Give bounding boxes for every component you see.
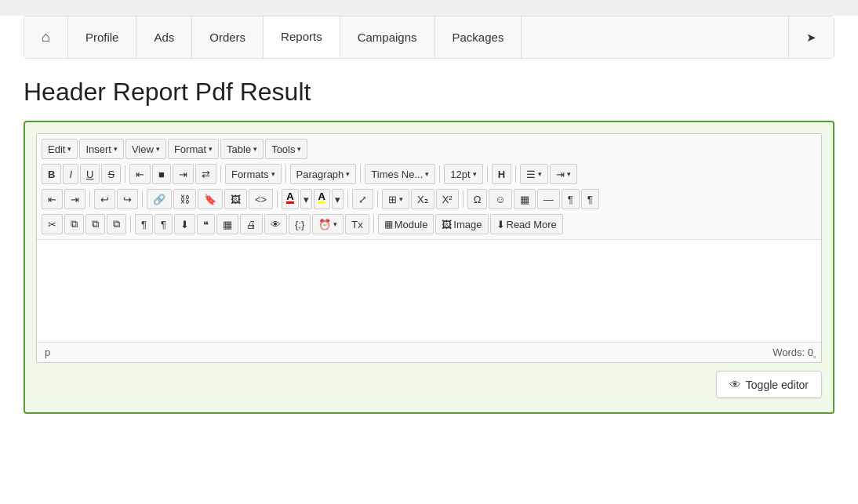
image-button[interactable]: 🖼 Image	[435, 214, 488, 234]
toggle-editor-button[interactable]: 👁 Toggle editor	[716, 371, 822, 398]
editor-content[interactable]	[37, 240, 821, 342]
sep13	[463, 190, 464, 208]
sep10	[277, 190, 278, 208]
align-right2-button[interactable]: ⇥	[64, 189, 85, 209]
module-label: Module	[394, 219, 428, 230]
align-center-button[interactable]: ■	[152, 164, 171, 184]
align-right-button[interactable]: ⇥	[173, 164, 194, 184]
sep3	[285, 165, 286, 183]
formats-select[interactable]: Formats ▾	[225, 164, 282, 184]
strikethrough-button[interactable]: S	[101, 164, 121, 184]
toggle-editor-label: Toggle editor	[746, 379, 809, 391]
tools-menu[interactable]: Tools ▾	[265, 139, 307, 159]
fullscreen-button[interactable]: ⤢	[352, 189, 373, 209]
edit-menu[interactable]: Edit ▾	[42, 139, 78, 159]
align-justify-button[interactable]: ⇄	[195, 164, 216, 184]
blockquote-button[interactable]: ❝	[197, 214, 215, 234]
insert-menu[interactable]: Insert ▾	[79, 139, 124, 159]
font-bg-arrow[interactable]: ▾	[332, 189, 344, 209]
module-icon: ▦	[384, 219, 393, 230]
nav-ads[interactable]: Ads	[136, 16, 192, 58]
nav-profile[interactable]: Profile	[68, 16, 137, 58]
bold-button[interactable]: B	[42, 164, 61, 184]
indent-button[interactable]: ⇥ ▾	[550, 164, 577, 184]
redo-button[interactable]: ↪	[117, 189, 138, 209]
timer-button[interactable]: ⏰ ▾	[312, 214, 344, 234]
media-button[interactable]: ▦	[514, 189, 536, 209]
code-button[interactable]: <>	[249, 189, 273, 209]
paragraph-select[interactable]: Paragraph ▾	[290, 164, 357, 184]
font-family-select[interactable]: Times Ne... ▾	[365, 164, 435, 184]
font-size-select[interactable]: 12pt ▾	[444, 164, 482, 184]
cut-button[interactable]: ✂	[42, 214, 63, 234]
sep8	[89, 190, 90, 208]
nav-more-arrow[interactable]: ➤	[788, 16, 834, 58]
subscript-button[interactable]: X₂	[411, 189, 434, 209]
nav-packages[interactable]: Packages	[435, 16, 522, 58]
image-inline-button[interactable]: 🖼	[224, 189, 247, 209]
sep15	[373, 216, 374, 233]
format-menu[interactable]: Format ▾	[168, 139, 219, 159]
read-more-button[interactable]: ⬇ Read More	[490, 214, 563, 234]
element-tag: p	[45, 346, 50, 358]
paste-button[interactable]: ⧉	[85, 214, 105, 234]
link-button[interactable]: 🔗	[147, 189, 172, 209]
sep6	[487, 165, 488, 183]
save-draft-button[interactable]: ⬇	[174, 214, 195, 234]
undo-button[interactable]: ↩	[94, 189, 115, 209]
clear-format-button[interactable]: Tx	[345, 214, 369, 234]
align-left-button[interactable]: ⇤	[129, 164, 151, 184]
eye-icon: 👁	[729, 378, 741, 391]
paragraph-mark-button[interactable]: ¶	[562, 189, 580, 209]
italic-button[interactable]: I	[63, 164, 78, 184]
preview-button[interactable]: 👁	[264, 214, 287, 234]
find-replace-button[interactable]: H	[492, 164, 511, 184]
sep14	[130, 216, 131, 233]
font-color-button[interactable]: A	[282, 189, 298, 209]
copy-button[interactable]: ⧉	[64, 214, 84, 234]
align-left2-button[interactable]: ⇤	[42, 189, 63, 209]
sep12	[377, 190, 378, 208]
toggle-editor-row: 👁 Toggle editor	[36, 363, 822, 401]
underline-button[interactable]: U	[80, 164, 100, 184]
font-color-arrow[interactable]: ▾	[300, 189, 312, 209]
sep9	[142, 190, 143, 208]
nav-orders[interactable]: Orders	[192, 16, 264, 58]
word-count: Words: 0	[773, 346, 813, 358]
sep5	[439, 165, 440, 183]
toolbar-menus: Edit ▾ Insert ▾ View ▾ Format ▾ Table ▾ …	[37, 134, 821, 240]
source-button[interactable]: {;}	[289, 214, 311, 234]
show-blocks-button[interactable]: ¶	[135, 214, 153, 234]
view-menu[interactable]: View ▾	[125, 139, 166, 159]
show-blocks2-button[interactable]: ¶	[155, 214, 173, 234]
nav-bar: ⌂ Profile Ads Orders Reports Campaigns P…	[24, 16, 834, 59]
read-more-icon: ⬇	[496, 219, 505, 230]
list-button[interactable]: ☰ ▾	[520, 164, 548, 184]
paste-text-button[interactable]: ⧉	[107, 214, 126, 234]
nav-campaigns[interactable]: Campaigns	[340, 16, 435, 58]
print-button[interactable]: 🖨	[240, 214, 263, 234]
table-insert-button[interactable]: ⊞ ▾	[382, 189, 409, 209]
unlink-button[interactable]: ⛓	[173, 189, 196, 209]
nav-reports[interactable]: Reports	[264, 16, 340, 58]
font-bg-button[interactable]: A	[314, 189, 330, 209]
editor-inner: Edit ▾ Insert ▾ View ▾ Format ▾ Table ▾ …	[36, 133, 822, 363]
sep7	[515, 165, 516, 183]
paragraph-rtl-button[interactable]: ¶	[581, 189, 599, 209]
sep1	[125, 165, 125, 183]
bookmark-button[interactable]: 🔖	[198, 189, 223, 209]
emoji-button[interactable]: ☺	[489, 189, 511, 209]
status-bar: p Words: 0 ↘	[37, 342, 821, 362]
editor-container: Edit ▾ Insert ▾ View ▾ Format ▾ Table ▾ …	[24, 121, 834, 414]
read-more-label: Read More	[507, 219, 557, 230]
hr-button[interactable]: —	[537, 189, 560, 209]
page-title: Header Report Pdf Result	[24, 78, 834, 107]
resize-handle[interactable]: ↘	[810, 351, 820, 361]
special-char-button[interactable]: Ω	[467, 189, 488, 209]
template-button[interactable]: ▦	[216, 214, 238, 234]
nav-home[interactable]: ⌂	[24, 16, 68, 58]
image-label: Image	[453, 219, 482, 230]
superscript-button[interactable]: X²	[436, 189, 459, 209]
table-menu[interactable]: Table ▾	[220, 139, 264, 159]
module-button[interactable]: ▦ Module	[378, 214, 434, 234]
